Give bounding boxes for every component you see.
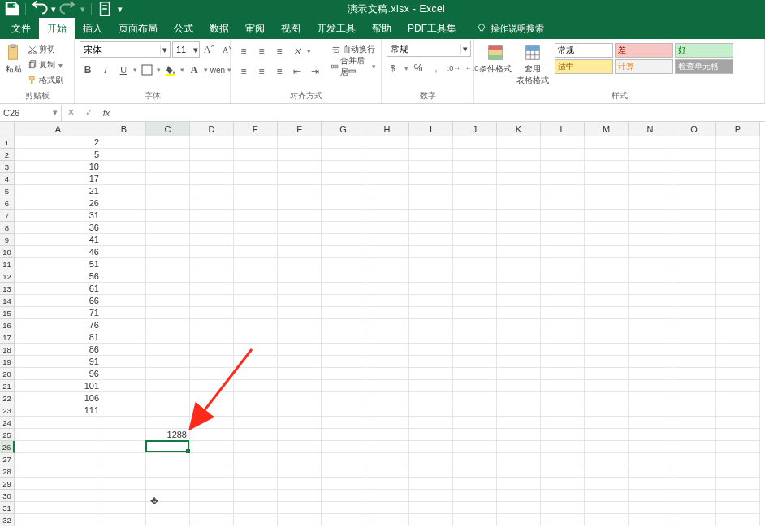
cell[interactable]	[453, 344, 497, 356]
cell[interactable]	[672, 502, 716, 514]
cell[interactable]	[102, 149, 146, 161]
cell[interactable]	[629, 417, 672, 429]
cell[interactable]: 51	[15, 258, 102, 270]
cell[interactable]	[102, 465, 146, 478]
cell[interactable]	[234, 246, 278, 258]
cell[interactable]	[541, 295, 585, 307]
cell[interactable]	[234, 136, 278, 149]
row-header[interactable]: 9	[0, 234, 15, 246]
cell[interactable]	[278, 283, 322, 295]
cell[interactable]	[453, 210, 497, 222]
cell[interactable]	[322, 222, 365, 234]
tab-insert[interactable]: 插入	[75, 18, 110, 39]
cell[interactable]: 26	[15, 197, 102, 210]
cell[interactable]	[453, 514, 497, 526]
paste-button[interactable]: 粘贴	[5, 41, 23, 75]
cell[interactable]	[322, 149, 365, 161]
cell[interactable]	[541, 465, 585, 478]
cell[interactable]	[716, 161, 760, 173]
cell[interactable]	[322, 404, 365, 417]
column-header[interactable]: M	[585, 122, 629, 136]
cell[interactable]	[453, 380, 497, 392]
cell[interactable]	[234, 465, 278, 478]
cell[interactable]	[585, 404, 629, 417]
cell[interactable]	[278, 404, 322, 417]
cell[interactable]	[409, 161, 453, 173]
font-name-combo[interactable]: ▾	[80, 41, 171, 58]
row-header[interactable]: 31	[0, 502, 15, 514]
cell[interactable]: 86	[15, 344, 102, 356]
cell[interactable]	[322, 502, 365, 514]
cell[interactable]	[190, 197, 234, 210]
cell[interactable]	[585, 149, 629, 161]
cell[interactable]	[672, 453, 716, 465]
cell[interactable]	[453, 429, 497, 441]
cell[interactable]	[497, 295, 541, 307]
cell[interactable]	[453, 478, 497, 490]
cell[interactable]	[234, 222, 278, 234]
cell[interactable]	[190, 478, 234, 490]
cut-button[interactable]: 剪切	[28, 42, 63, 57]
cell[interactable]	[497, 173, 541, 185]
cell[interactable]	[234, 453, 278, 465]
cell[interactable]: 81	[15, 331, 102, 344]
decrease-indent-icon[interactable]: ⇤	[289, 63, 305, 80]
column-header[interactable]: K	[497, 122, 541, 136]
cell[interactable]	[278, 441, 322, 453]
cell[interactable]	[190, 453, 234, 465]
cell[interactable]	[541, 490, 585, 502]
cell[interactable]: 76	[15, 319, 102, 331]
column-header[interactable]: B	[102, 122, 146, 136]
cell[interactable]	[365, 331, 409, 344]
cell[interactable]	[585, 234, 629, 246]
cell[interactable]	[629, 222, 672, 234]
cell[interactable]	[365, 380, 409, 392]
cell[interactable]	[497, 307, 541, 319]
cell[interactable]	[453, 392, 497, 404]
cell[interactable]	[585, 344, 629, 356]
cell[interactable]	[322, 295, 365, 307]
cell[interactable]	[453, 222, 497, 234]
cell[interactable]	[15, 429, 102, 441]
cell[interactable]	[190, 441, 234, 453]
tab-pdf[interactable]: PDF工具集	[400, 18, 465, 39]
cell[interactable]	[278, 270, 322, 283]
tab-dev[interactable]: 开发工具	[309, 18, 364, 39]
cell[interactable]	[15, 478, 102, 490]
cell[interactable]	[716, 149, 760, 161]
cell[interactable]	[234, 270, 278, 283]
cell[interactable]	[672, 356, 716, 368]
cell[interactable]: 101	[15, 380, 102, 392]
cell[interactable]	[497, 380, 541, 392]
cell[interactable]	[278, 185, 322, 197]
cell[interactable]	[365, 502, 409, 514]
cell[interactable]: 1288	[146, 429, 190, 441]
cell[interactable]	[716, 344, 760, 356]
cell[interactable]	[409, 210, 453, 222]
cell[interactable]	[278, 502, 322, 514]
cell[interactable]	[322, 368, 365, 380]
cell[interactable]: 41	[15, 234, 102, 246]
column-header[interactable]: D	[190, 122, 234, 136]
row-header[interactable]: 16	[0, 319, 15, 331]
cell[interactable]	[541, 502, 585, 514]
cell[interactable]: 66	[15, 295, 102, 307]
column-header[interactable]: L	[541, 122, 585, 136]
cell[interactable]	[322, 331, 365, 344]
cell[interactable]	[102, 283, 146, 295]
cell[interactable]	[146, 404, 190, 417]
row-header[interactable]: 11	[0, 258, 15, 270]
cell[interactable]	[541, 368, 585, 380]
cell[interactable]	[102, 429, 146, 441]
cell[interactable]	[278, 368, 322, 380]
row-header[interactable]: 18	[0, 344, 15, 356]
cell[interactable]	[102, 417, 146, 429]
cell[interactable]	[365, 222, 409, 234]
column-header[interactable]: O	[672, 122, 716, 136]
cell[interactable]	[629, 319, 672, 331]
cell[interactable]	[585, 380, 629, 392]
cell[interactable]	[365, 490, 409, 502]
cell[interactable]	[409, 417, 453, 429]
format-as-table-button[interactable]: 套用 表格格式	[516, 41, 549, 86]
cell[interactable]	[365, 514, 409, 526]
